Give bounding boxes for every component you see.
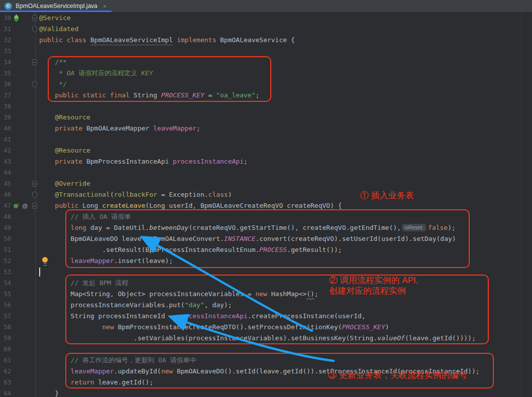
code-line[interactable]: 41 xyxy=(0,134,532,145)
gutter[interactable]: 40 xyxy=(0,123,36,134)
gutter[interactable]: 38 xyxy=(0,101,36,112)
code-line[interactable]: 32public class BpmOALeaveServiceImpl imp… xyxy=(0,35,532,46)
line-number[interactable]: 61 xyxy=(0,355,11,366)
line-number[interactable]: 38 xyxy=(0,101,11,112)
fold-icon[interactable] xyxy=(32,192,37,198)
close-icon[interactable]: × xyxy=(103,3,107,10)
code-line[interactable]: 61 // 将工作流的编号，更新到 OA 请假单中 xyxy=(0,355,532,366)
fold-icon[interactable] xyxy=(32,181,37,187)
gutter[interactable]: 59 xyxy=(0,333,36,344)
gutter[interactable]: 34 xyxy=(0,57,36,68)
line-number[interactable]: 39 xyxy=(0,112,11,123)
line-number[interactable]: 53 xyxy=(0,267,11,278)
line-number[interactable]: 50 xyxy=(0,233,11,244)
line-number[interactable]: 41 xyxy=(0,134,11,145)
fold-icon[interactable] xyxy=(32,81,37,87)
gutter[interactable]: 31 xyxy=(0,24,36,35)
line-number[interactable]: 37 xyxy=(0,90,11,101)
gutter[interactable]: 60 xyxy=(0,344,36,355)
gutter[interactable]: 63 xyxy=(0,377,36,388)
line-number[interactable]: 59 xyxy=(0,333,11,344)
line-number[interactable]: 63 xyxy=(0,377,11,388)
code-line[interactable]: 34 /** xyxy=(0,57,532,68)
code-line[interactable]: 64 } xyxy=(0,388,532,397)
code-line[interactable]: 37 public static final String PROCESS_KE… xyxy=(0,90,532,101)
gutter[interactable]: 46 xyxy=(0,189,36,200)
line-number[interactable]: 64 xyxy=(0,388,11,397)
code-line[interactable]: 33 xyxy=(0,46,532,57)
line-number[interactable]: 30 xyxy=(0,13,11,24)
line-number[interactable]: 54 xyxy=(0,278,11,289)
gutter[interactable]: 39 xyxy=(0,112,36,123)
gutter[interactable]: 61 xyxy=(0,355,36,366)
gutter[interactable]: 30 xyxy=(0,13,36,24)
code-line[interactable]: 36 */ xyxy=(0,79,532,90)
code-line[interactable]: 42 @Resource xyxy=(0,145,532,156)
gutter[interactable]: 43 xyxy=(0,156,36,167)
gutter[interactable]: 54 xyxy=(0,278,36,289)
code-line[interactable]: 35 * OA 请假对应的流程定义 KEY xyxy=(0,68,532,79)
gutter[interactable]: 45 xyxy=(0,178,36,189)
line-number[interactable]: 43 xyxy=(0,156,11,167)
code-line[interactable]: 49 long day = DateUtil.betweenDay(create… xyxy=(0,222,532,233)
code-line[interactable]: 43 private BpmProcessInstanceApi process… xyxy=(0,156,532,167)
code-line[interactable]: 60 xyxy=(0,344,532,355)
line-number[interactable]: 44 xyxy=(0,167,11,178)
line-number[interactable]: 34 xyxy=(0,57,11,68)
gutter[interactable]: 58 xyxy=(0,322,36,333)
gutter[interactable]: 48 xyxy=(0,211,36,222)
gutter[interactable]: 52 xyxy=(0,255,36,267)
code-line[interactable]: 53 xyxy=(0,267,532,278)
gutter[interactable]: 55 xyxy=(0,289,36,300)
code-line[interactable]: 51 .setResult(BpmProcessInstanceResultEn… xyxy=(0,244,532,255)
fold-icon[interactable] xyxy=(32,15,37,21)
line-number[interactable]: 35 xyxy=(0,68,11,79)
gutter[interactable]: 42 xyxy=(0,145,36,156)
code-line[interactable]: 57 String processInstanceId = processIns… xyxy=(0,311,532,322)
code-line[interactable]: 56 processInstanceVariables.put("day", d… xyxy=(0,300,532,311)
line-number[interactable]: 32 xyxy=(0,35,11,46)
line-number[interactable]: 62 xyxy=(0,366,11,377)
gutter[interactable]: 33 xyxy=(0,46,36,57)
fold-icon[interactable] xyxy=(32,59,37,65)
annotation-gutter-icon[interactable]: @ xyxy=(22,203,28,209)
lightbulb-icon[interactable] xyxy=(42,257,48,265)
code-line[interactable]: 45 @Override xyxy=(0,178,532,189)
spring-bean-icon[interactable] xyxy=(13,14,21,22)
code-line[interactable]: 47↑@ public Long createLeave(Long userId… xyxy=(0,200,532,211)
code-line[interactable]: 52 leaveMapper.insert(leave); xyxy=(0,255,532,267)
fold-icon[interactable] xyxy=(32,26,37,32)
gutter[interactable]: 64 xyxy=(0,388,36,397)
code-line[interactable]: 48 // 插入 OA 请假单 xyxy=(0,211,532,222)
line-number[interactable]: 55 xyxy=(0,289,11,300)
line-number[interactable]: 45 xyxy=(0,178,11,189)
line-number[interactable]: 52 xyxy=(0,255,11,267)
code-line[interactable]: 59 .setVariables(processInstanceVariable… xyxy=(0,333,532,344)
code-line[interactable]: 46 @Transactional(rollbackFor = Exceptio… xyxy=(0,189,532,200)
line-number[interactable]: 42 xyxy=(0,145,11,156)
gutter[interactable]: 51 xyxy=(0,244,36,255)
code-line[interactable]: 44 xyxy=(0,167,532,178)
gutter[interactable]: 41 xyxy=(0,134,36,145)
code-line[interactable]: 55 Map<String, Object> processInstanceVa… xyxy=(0,289,532,300)
line-number[interactable]: 31 xyxy=(0,24,11,35)
line-number[interactable]: 58 xyxy=(0,322,11,333)
gutter[interactable]: 44 xyxy=(0,167,36,178)
gutter[interactable]: 57 xyxy=(0,311,36,322)
line-number[interactable]: 36 xyxy=(0,79,11,90)
code-line[interactable]: 39 @Resource xyxy=(0,112,532,123)
gutter[interactable]: 53 xyxy=(0,267,36,278)
line-number[interactable]: 33 xyxy=(0,46,11,57)
code-line[interactable]: 31@Validated xyxy=(0,24,532,35)
gutter[interactable]: 50 xyxy=(0,233,36,244)
overriding-method-icon[interactable]: ↑ xyxy=(14,203,21,209)
code-line[interactable]: 63 return leave.getId(); xyxy=(0,377,532,388)
line-number[interactable]: 57 xyxy=(0,311,11,322)
gutter[interactable]: 36 xyxy=(0,79,36,90)
gutter[interactable]: 35 xyxy=(0,68,36,79)
code-editor[interactable]: 30@Service31@Validated32public class Bpm… xyxy=(0,13,532,397)
line-number[interactable]: 56 xyxy=(0,300,11,311)
line-number[interactable]: 47 xyxy=(0,200,11,211)
gutter[interactable]: 37 xyxy=(0,90,36,101)
line-number[interactable]: 48 xyxy=(0,211,11,222)
